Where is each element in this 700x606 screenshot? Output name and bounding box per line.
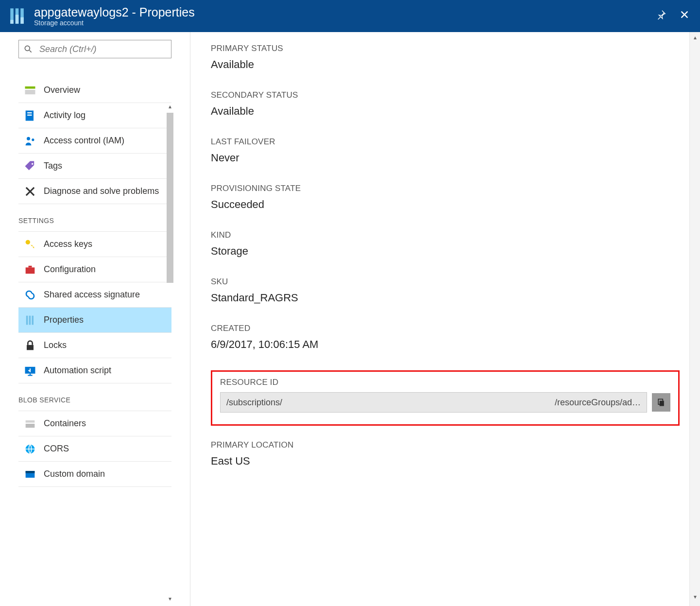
property-label: RESOURCE ID: [220, 378, 670, 387]
tag-icon: [23, 159, 37, 173]
containers-icon: [23, 417, 37, 431]
property-value: Never: [211, 152, 680, 164]
property-label: PRIMARY LOCATION: [211, 440, 680, 450]
cors-icon: [23, 442, 37, 456]
property-value: Available: [211, 58, 680, 71]
property-value: Storage: [211, 245, 680, 258]
property-value: Standard_RAGRS: [211, 292, 680, 304]
sidebar-item-iam[interactable]: Access control (IAM): [18, 128, 171, 154]
sidebar-item-overview[interactable]: Overview: [18, 78, 171, 103]
sidebar-item-label: Configuration: [44, 264, 96, 275]
storage-account-icon: [7, 5, 29, 27]
sidebar-section-settings: SETTINGS: [18, 204, 171, 232]
sidebar-item-cors[interactable]: CORS: [18, 436, 171, 462]
sidebar-scroll-thumb[interactable]: [167, 113, 173, 283]
property-label: CREATED: [211, 324, 680, 333]
sidebar-item-label: Activity log: [44, 110, 85, 121]
scroll-down-icon[interactable]: ▾: [690, 593, 700, 604]
resource-id-field[interactable]: /subscriptions/ /resourceGroups/ad…: [220, 392, 647, 413]
sidebar-item-configuration[interactable]: Configuration: [18, 257, 171, 282]
svg-rect-21: [27, 345, 34, 350]
svg-rect-24: [26, 424, 35, 428]
sidebar-item-diagnose[interactable]: Diagnose and solve problems: [18, 179, 171, 204]
property-label: PROVISIONING STATE: [211, 184, 680, 193]
resource-id-value-left: /subscriptions/: [226, 398, 282, 408]
sidebar-item-label: Locks: [44, 340, 67, 350]
sidebar-section-blob: BLOB SERVICE: [18, 383, 171, 411]
property-value: East US: [211, 455, 680, 467]
blade-subtitle: Storage account: [34, 19, 195, 27]
sidebar: Overview Activity log Access control (IA…: [0, 32, 190, 606]
lock-icon: [23, 339, 37, 352]
svg-rect-3: [10, 20, 14, 24]
property-created: CREATED 6/9/2017, 10:06:15 AM: [211, 324, 680, 351]
svg-rect-16: [26, 267, 35, 274]
property-last-failover: LAST FAILOVER Never: [211, 137, 680, 164]
sidebar-item-locks[interactable]: Locks: [18, 333, 171, 358]
svg-point-12: [27, 137, 30, 140]
blade-header: appgatewaylogs2 - Properties Storage acc…: [0, 0, 700, 32]
svg-rect-23: [26, 420, 35, 423]
svg-rect-20: [32, 315, 34, 325]
property-value: 6/9/2017, 10:06:15 AM: [211, 338, 680, 351]
svg-rect-8: [25, 89, 35, 94]
domain-icon: [23, 467, 37, 481]
copy-icon: [656, 398, 666, 407]
content-pane: PRIMARY STATUS Available SECONDARY STATU…: [190, 32, 700, 606]
copy-button[interactable]: [652, 393, 670, 412]
svg-rect-27: [26, 471, 35, 473]
property-primary-location: PRIMARY LOCATION East US: [211, 440, 680, 467]
sidebar-item-containers[interactable]: Containers: [18, 411, 171, 436]
property-value: Succeeded: [211, 198, 680, 211]
key-icon: [23, 238, 37, 251]
close-button[interactable]: [677, 7, 692, 22]
svg-point-13: [32, 139, 34, 141]
search-icon: [23, 44, 33, 54]
blade-title: appgatewaylogs2 - Properties: [34, 5, 195, 19]
property-secondary-status: SECONDARY STATUS Available: [211, 90, 680, 118]
svg-point-14: [32, 163, 34, 165]
sidebar-item-label: Containers: [44, 418, 86, 429]
automation-icon: [23, 364, 37, 378]
resource-id-value-right: /resourceGroups/ad…: [555, 398, 641, 408]
iam-icon: [23, 134, 37, 148]
sidebar-item-label: Access control (IAM): [44, 136, 124, 146]
sas-icon: [23, 288, 37, 302]
diagnose-icon: [23, 185, 37, 198]
overview-icon: [23, 84, 37, 97]
sidebar-item-tags[interactable]: Tags: [18, 154, 171, 179]
config-icon: [23, 263, 37, 277]
sidebar-scrollbar[interactable]: ▴ ▾: [167, 105, 173, 600]
property-primary-status: PRIMARY STATUS Available: [211, 44, 680, 71]
search-input[interactable]: [18, 40, 171, 58]
scroll-up-icon[interactable]: ▴: [167, 103, 173, 110]
content-scrollbar[interactable]: ▴ ▾: [689, 32, 700, 606]
svg-rect-19: [29, 315, 31, 325]
svg-rect-17: [29, 265, 32, 267]
sidebar-item-properties[interactable]: Properties: [18, 308, 171, 333]
property-label: SECONDARY STATUS: [211, 90, 680, 100]
sidebar-item-sas[interactable]: Shared access signature: [18, 282, 171, 308]
sidebar-item-access-keys[interactable]: Access keys: [18, 232, 171, 257]
property-label: KIND: [211, 230, 680, 240]
sidebar-item-label: Tags: [44, 161, 62, 171]
pin-button[interactable]: [653, 7, 669, 22]
sidebar-item-automation[interactable]: Automation script: [18, 358, 171, 383]
properties-icon: [23, 313, 37, 327]
sidebar-item-label: Diagnose and solve problems: [44, 186, 159, 196]
sidebar-item-label: CORS: [44, 444, 69, 454]
sidebar-item-activity-log[interactable]: Activity log: [18, 103, 171, 128]
svg-rect-7: [25, 86, 35, 88]
scroll-up-icon[interactable]: ▴: [690, 34, 700, 45]
sidebar-item-label: Shared access signature: [44, 290, 140, 300]
sidebar-item-custom-domain[interactable]: Custom domain: [18, 462, 171, 487]
property-kind: KIND Storage: [211, 230, 680, 258]
sidebar-item-label: Access keys: [44, 239, 92, 249]
property-sku: SKU Standard_RAGRS: [211, 277, 680, 304]
svg-rect-5: [20, 17, 24, 24]
property-label: SKU: [211, 277, 680, 287]
svg-rect-4: [16, 15, 19, 23]
svg-point-15: [26, 240, 30, 244]
scroll-down-icon[interactable]: ▾: [167, 595, 173, 602]
svg-point-6: [25, 46, 30, 51]
